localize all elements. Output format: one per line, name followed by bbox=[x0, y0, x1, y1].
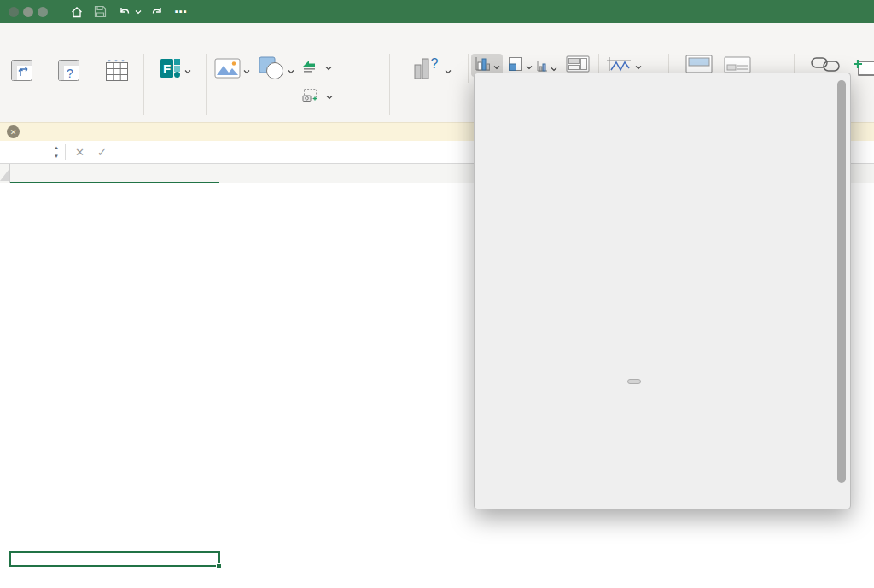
svg-text:F: F bbox=[162, 61, 170, 76]
minimize-button[interactable] bbox=[23, 7, 33, 17]
forms-chevron-icon bbox=[184, 62, 191, 78]
pictures-chevron-icon bbox=[243, 62, 250, 78]
shapes-chevron-icon bbox=[288, 62, 294, 78]
shapes-icon bbox=[258, 56, 285, 84]
undo-icon[interactable] bbox=[118, 3, 131, 20]
recommended-pivot-tables-icon: ? bbox=[34, 53, 102, 87]
redo-icon[interactable] bbox=[150, 3, 164, 20]
table-icon bbox=[100, 53, 134, 87]
dismiss-notice-icon[interactable]: ✕ bbox=[7, 125, 20, 138]
stacked-bar-tooltip bbox=[627, 379, 641, 384]
name-box-stepper[interactable]: ▲▼ bbox=[51, 143, 61, 160]
svg-text:?: ? bbox=[430, 56, 438, 71]
recommended-charts-icon: ? bbox=[413, 56, 442, 84]
titlebar: ⋯ bbox=[0, 0, 874, 23]
home-icon[interactable] bbox=[70, 3, 84, 20]
smartart-icon bbox=[302, 59, 317, 75]
sparkline-chevron-icon bbox=[635, 58, 642, 73]
column-chart-chevron-icon bbox=[493, 58, 500, 73]
recommended-charts-button[interactable]: ? bbox=[394, 53, 469, 87]
table-button[interactable] bbox=[100, 53, 134, 87]
shapes-button[interactable] bbox=[255, 53, 296, 87]
save-icon[interactable] bbox=[94, 3, 107, 20]
fill-handle[interactable] bbox=[216, 563, 222, 569]
smartart-button[interactable] bbox=[302, 59, 332, 75]
ribbon-tab-bar bbox=[0, 23, 874, 49]
close-button[interactable] bbox=[9, 7, 19, 17]
recommended-pivot-tables-button[interactable]: ? bbox=[34, 53, 102, 87]
undo-chevron-icon[interactable] bbox=[135, 3, 142, 20]
bar-chart-chevron-icon bbox=[526, 58, 533, 73]
screenshot-icon bbox=[302, 88, 318, 105]
zoom-button[interactable] bbox=[38, 7, 48, 17]
smartart-chevron-icon bbox=[325, 61, 332, 73]
excel-window: ⋯ ? F bbox=[0, 0, 874, 588]
pictures-icon bbox=[214, 58, 241, 82]
name-box[interactable] bbox=[0, 141, 51, 164]
svg-text:?: ? bbox=[67, 67, 73, 80]
chart-type-menu bbox=[474, 73, 851, 509]
more-icon[interactable]: ⋯ bbox=[174, 3, 187, 20]
menu-scrollbar[interactable] bbox=[837, 80, 846, 483]
cancel-icon[interactable]: ✕ bbox=[75, 141, 84, 164]
pictures-button[interactable] bbox=[212, 53, 253, 87]
new-comment-icon bbox=[852, 56, 874, 84]
recommended-charts-chevron-icon bbox=[445, 62, 452, 78]
forms-icon: F bbox=[158, 56, 182, 84]
selected-cell-outline bbox=[9, 551, 220, 567]
screenshot-button[interactable] bbox=[302, 88, 333, 105]
select-all-corner[interactable] bbox=[0, 164, 10, 183]
forms-button[interactable]: F bbox=[152, 53, 196, 87]
enter-icon[interactable]: ✓ bbox=[97, 141, 107, 164]
screenshot-chevron-icon bbox=[326, 90, 333, 102]
